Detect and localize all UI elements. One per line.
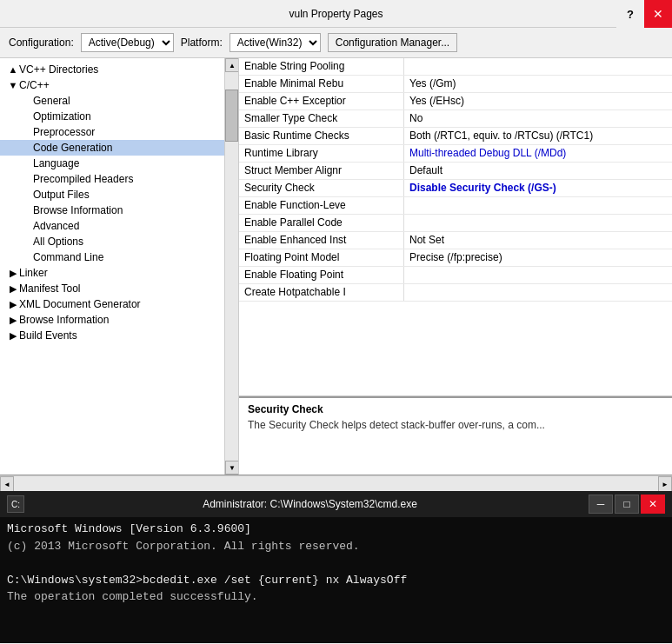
tree-item-advanced[interactable]: Advanced [0,218,238,234]
prop-value-3: No [404,110,672,127]
tree-item-label-xml-doc-gen: ▶XML Document Generator [0,298,238,310]
prop-value-1: Yes (/Gm) [404,76,672,92]
vscroll-up-button[interactable]: ▲ [225,58,239,72]
tree-item-label-optimization: Optimization [0,110,238,123]
vscroll-track [225,72,238,461]
cmd-line-4: The operation completed successfully. [7,588,665,606]
cmd-maximize-button[interactable]: □ [615,495,639,514]
tree-item-text-vc-dirs: VC++ Directories [19,63,98,76]
prop-row-7[interactable]: Security CheckDisable Security Check (/G… [239,180,672,197]
prop-row-6[interactable]: Struct Member AlignrDefault [239,163,672,180]
tree-item-label-all-options: All Options [0,236,238,248]
tree-item-code-gen[interactable]: Code Generation [0,140,238,156]
prop-name-6: Struct Member Alignr [239,163,404,179]
tree-item-all-options[interactable]: All Options [0,234,238,249]
tree-item-text-code-gen: Code Generation [33,142,112,154]
prop-value-4: Both (/RTC1, equiv. to /RTCsu) (/RTC1) [404,128,672,144]
prop-row-5[interactable]: Runtime LibraryMulti-threaded Debug DLL … [239,145,672,163]
properties-table: Enable String PoolingEnable Minimal Rebu… [239,58,672,396]
tree-item-output-files[interactable]: Output Files [0,187,238,202]
prop-row-1[interactable]: Enable Minimal RebuYes (/Gm) [239,76,672,93]
tree-item-text-build-events: Build Events [19,329,77,342]
tree-item-vc-dirs[interactable]: ▲VC++ Directories [0,62,238,77]
prop-value-5: Multi-threaded Debug DLL (/MDd) [404,145,672,162]
prop-value-11: Precise (/fp:precise) [404,249,672,266]
config-bar: Configuration: Active(Debug) Platform: A… [0,28,672,58]
tree-item-label-browse-info2: ▶Browse Information [0,314,238,326]
tree-item-browse-info2[interactable]: ▶Browse Information [0,312,238,328]
help-button[interactable]: ? [616,0,644,28]
tree-panel-inner[interactable]: ▲VC++ Directories▼C/C++ General Optimiza… [0,58,238,475]
expand-icon-build-events[interactable]: ▶ [7,330,19,342]
cmd-content: Microsoft Windows [Version 6.3.9600](c) … [0,517,672,643]
tree-item-build-events[interactable]: ▶Build Events [0,328,238,343]
horizontal-scrollbar[interactable]: ◄ ► [0,475,672,491]
tree-item-label-output-files: Output Files [0,189,238,201]
close-button[interactable]: ✕ [644,0,672,28]
prop-row-4[interactable]: Basic Runtime ChecksBoth (/RTC1, equiv. … [239,128,672,145]
tree-item-command-line[interactable]: Command Line [0,249,238,265]
expand-icon-xml-doc-gen[interactable]: ▶ [7,299,19,310]
hscroll-track[interactable] [14,476,658,491]
expand-icon-linker[interactable]: ▶ [7,268,19,279]
prop-name-7: Security Check [239,180,404,196]
vscroll-down-button[interactable]: ▼ [225,461,239,475]
prop-row-10[interactable]: Enable Enhanced InstNot Set [239,232,672,249]
tree-item-label-linker: ▶Linker [0,267,238,279]
prop-row-8[interactable]: Enable Function-Leve [239,197,672,215]
tree-item-xml-doc-gen[interactable]: ▶XML Document Generator [0,296,238,312]
tree-item-optimization[interactable]: Optimization [0,109,238,124]
tree-item-label-code-gen: Code Generation [0,142,238,154]
prop-row-9[interactable]: Enable Parallel Code [239,215,672,232]
tree-item-browse-info[interactable]: Browse Information [0,202,238,218]
expand-icon-cpp[interactable]: ▼ [7,80,19,90]
tree-item-text-advanced: Advanced [33,220,79,232]
tree-item-label-command-line: Command Line [0,251,238,263]
expand-icon-vc-dirs[interactable]: ▲ [7,64,19,75]
prop-value-0 [404,58,672,75]
tree-item-text-preprocessor: Preprocessor [33,126,95,138]
tree-item-text-command-line: Command Line [33,251,103,263]
tree-vscroll[interactable]: ▲ ▼ [224,58,238,475]
tree-item-cpp[interactable]: ▼C/C++ [0,77,238,93]
config-manager-button[interactable]: Configuration Manager... [328,33,457,52]
cmd-window: C: Administrator: C:\Windows\System32\cm… [0,491,672,643]
prop-row-12[interactable]: Enable Floating Point [239,267,672,284]
properties-panel: Enable String PoolingEnable Minimal Rebu… [239,58,672,475]
prop-row-3[interactable]: Smaller Type CheckNo [239,110,672,128]
cmd-minimize-button[interactable]: ─ [589,495,613,514]
prop-name-2: Enable C++ Exceptior [239,93,404,110]
prop-value-6: Default [404,163,672,179]
prop-row-2[interactable]: Enable C++ ExceptiorYes (/EHsc) [239,93,672,110]
tree-item-language[interactable]: Language [0,156,238,171]
config-select[interactable]: Active(Debug) [81,33,174,52]
hscroll-left-button[interactable]: ◄ [0,476,14,492]
cmd-line-3: C:\Windows\system32>bcdedit.exe /set {cu… [7,572,665,589]
tree-item-general[interactable]: General [0,93,238,109]
tree-item-linker[interactable]: ▶Linker [0,265,238,281]
prop-name-9: Enable Parallel Code [239,215,404,231]
dialog-title: vuln Property Pages [289,8,383,20]
tree-item-preprocessor[interactable]: Preprocessor [0,124,238,140]
config-label: Configuration: [9,37,74,49]
hscroll-right-button[interactable]: ► [658,476,672,492]
prop-name-8: Enable Function-Leve [239,197,404,214]
prop-row-0[interactable]: Enable String Pooling [239,58,672,76]
tree-item-text-optimization: Optimization [33,110,91,123]
tree-item-manifest-tool[interactable]: ▶Manifest Tool [0,281,238,296]
cmd-close-button[interactable]: ✕ [641,495,665,514]
prop-row-11[interactable]: Floating Point ModelPrecise (/fp:precise… [239,249,672,267]
vscroll-thumb[interactable] [225,90,238,142]
expand-icon-manifest-tool[interactable]: ▶ [7,283,19,295]
tree-item-text-browse-info2: Browse Information [19,314,109,326]
prop-value-12 [404,267,672,283]
prop-row-13[interactable]: Create Hotpatchable I [239,284,672,302]
tree-item-label-advanced: Advanced [0,220,238,232]
expand-icon-browse-info2[interactable]: ▶ [7,315,19,326]
tree-item-precompiled[interactable]: Precompiled Headers [0,171,238,187]
prop-name-4: Basic Runtime Checks [239,128,404,144]
cmd-icon-label: C: [11,500,20,509]
prop-value-13 [404,284,672,301]
platform-select[interactable]: Active(Win32) [230,33,321,52]
description-panel: Security Check The Security Check helps … [239,396,672,475]
